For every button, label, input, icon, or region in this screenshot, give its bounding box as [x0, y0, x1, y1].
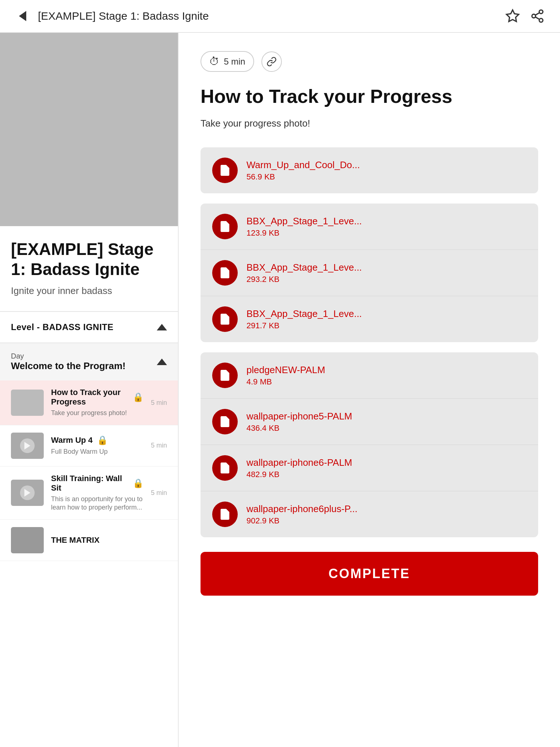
- program-title: [EXAMPLE] Stage 1: Badass Ignite: [11, 239, 167, 279]
- day-info: Day Welcome to the Program!: [11, 352, 125, 372]
- file-icon: [218, 266, 232, 279]
- day-name: Welcome to the Program!: [11, 360, 125, 372]
- file-size: 56.9 KB: [246, 172, 526, 182]
- lesson-desc: Take your progress photo!: [51, 409, 144, 417]
- file-icon: [218, 164, 232, 177]
- lesson-title-row: THE MATRIX: [51, 535, 167, 545]
- file-item[interactable]: BBX_App_Stage_1_Leve... 293.2 KB: [201, 250, 538, 296]
- lesson-thumbnail: [11, 433, 44, 459]
- level-header[interactable]: Level - BADASS IGNITE: [0, 312, 178, 342]
- lesson-title-row: How to Track your Progress 🔒: [51, 388, 144, 407]
- lesson-thumbnail: [11, 527, 44, 553]
- lesson-info: THE MATRIX: [51, 535, 167, 545]
- duration-badge: ⏱ 5 min: [201, 51, 254, 72]
- link-icon: [267, 57, 277, 67]
- share-button[interactable]: [529, 8, 545, 24]
- file-size: 482.9 KB: [246, 470, 526, 479]
- content-description: Take your progress photo!: [201, 118, 538, 129]
- lesson-title-row: Skill Training: Wall Sit 🔒: [51, 474, 144, 493]
- lock-icon: 🔒: [133, 478, 144, 488]
- file-size: 436.4 KB: [246, 423, 526, 433]
- file-icon: [218, 415, 232, 428]
- file-size: 123.9 KB: [246, 228, 526, 238]
- lesson-title: THE MATRIX: [51, 535, 100, 545]
- header: [EXAMPLE] Stage 1: Badass Ignite: [0, 0, 560, 33]
- file-item[interactable]: BBX_App_Stage_1_Leve... 123.9 KB: [201, 204, 538, 250]
- file-item[interactable]: wallpaper-iphone6plus-P... 902.9 KB: [201, 491, 538, 537]
- file-icon-circle: [212, 363, 238, 388]
- file-icon-circle: [212, 455, 238, 481]
- lesson-item[interactable]: Warm Up 4 🔒 Full Body Warm Up 5 min: [0, 425, 178, 467]
- svg-marker-6: [24, 442, 30, 449]
- file-size: 293.2 KB: [246, 275, 526, 284]
- svg-point-3: [539, 19, 543, 22]
- day-header[interactable]: Day Welcome to the Program!: [0, 343, 178, 380]
- file-icon: [218, 508, 232, 521]
- meta-row: ⏱ 5 min: [201, 51, 538, 72]
- file-name: pledgeNEW-PALM: [246, 364, 526, 376]
- file-item[interactable]: BBX_App_Stage_1_Leve... 291.7 KB: [201, 296, 538, 342]
- file-group: Warm_Up_and_Cool_Do... 56.9 KB: [201, 147, 538, 193]
- file-name: wallpaper-iphone6plus-P...: [246, 503, 526, 515]
- file-name: wallpaper-iphone5-PALM: [246, 411, 526, 422]
- file-size: 4.9 MB: [246, 377, 526, 387]
- lesson-item[interactable]: THE MATRIX: [0, 520, 178, 561]
- file-icon-circle: [212, 214, 238, 239]
- lesson-info: How to Track your Progress 🔒 Take your p…: [51, 388, 144, 417]
- lesson-item[interactable]: Skill Training: Wall Sit 🔒 This is an op…: [0, 467, 178, 520]
- file-name: BBX_App_Stage_1_Leve...: [246, 262, 526, 273]
- level-label: Level - BADASS IGNITE: [11, 322, 113, 332]
- content-title: How to Track your Progress: [201, 85, 538, 108]
- left-panel: [EXAMPLE] Stage 1: Badass Ignite Ignite …: [0, 33, 179, 747]
- lesson-desc: This is an opportunity for you to learn …: [51, 495, 144, 512]
- day-chevron-up-icon: [157, 359, 167, 365]
- header-title: [EXAMPLE] Stage 1: Badass Ignite: [38, 10, 209, 22]
- file-size: 902.9 KB: [246, 516, 526, 526]
- file-item[interactable]: Warm_Up_and_Cool_Do... 56.9 KB: [201, 147, 538, 193]
- lesson-list: How to Track your Progress 🔒 Take your p…: [0, 380, 178, 561]
- lesson-desc: Full Body Warm Up: [51, 448, 144, 456]
- file-icon: [218, 220, 232, 233]
- header-icons: [505, 8, 545, 24]
- favorite-button[interactable]: [505, 8, 521, 24]
- star-icon: [505, 9, 520, 23]
- file-item[interactable]: pledgeNEW-PALM 4.9 MB: [201, 352, 538, 399]
- main-layout: [EXAMPLE] Stage 1: Badass Ignite Ignite …: [0, 33, 560, 747]
- header-left: [EXAMPLE] Stage 1: Badass Ignite: [15, 8, 209, 24]
- file-group: pledgeNEW-PALM 4.9 MB wallpaper-iphone5-…: [201, 352, 538, 537]
- lesson-thumbnail: [11, 480, 44, 506]
- file-icon-circle: [212, 306, 238, 332]
- lesson-info: Skill Training: Wall Sit 🔒 This is an op…: [51, 474, 144, 512]
- lesson-title: Skill Training: Wall Sit: [51, 474, 128, 493]
- file-item[interactable]: wallpaper-iphone6-PALM 482.9 KB: [201, 445, 538, 491]
- file-icon-circle: [212, 502, 238, 527]
- lock-icon: 🔒: [97, 435, 108, 445]
- file-icon-circle: [212, 409, 238, 434]
- file-info: wallpaper-iphone5-PALM 436.4 KB: [246, 411, 526, 433]
- back-button[interactable]: [15, 8, 31, 24]
- file-name: BBX_App_Stage_1_Leve...: [246, 216, 526, 227]
- file-info: pledgeNEW-PALM 4.9 MB: [246, 364, 526, 387]
- lesson-thumbnail: [11, 390, 44, 416]
- content-link-button[interactable]: [261, 51, 282, 72]
- file-name: Warm_Up_and_Cool_Do...: [246, 159, 526, 171]
- file-icon: [218, 461, 232, 475]
- svg-marker-0: [506, 10, 518, 22]
- file-info: wallpaper-iphone6-PALM 482.9 KB: [246, 457, 526, 479]
- share-icon: [530, 9, 545, 23]
- svg-marker-7: [24, 489, 30, 497]
- program-info: [EXAMPLE] Stage 1: Badass Ignite Ignite …: [0, 226, 178, 297]
- file-info: BBX_App_Stage_1_Leve... 291.7 KB: [246, 308, 526, 330]
- back-arrow-icon: [19, 11, 26, 21]
- duration-label: 5 min: [224, 57, 245, 67]
- level-section: Level - BADASS IGNITE Day Welcome to the…: [0, 311, 178, 561]
- file-icon: [218, 369, 232, 382]
- day-section: Day Welcome to the Program! How to Trac: [0, 342, 178, 561]
- file-icon: [218, 313, 232, 326]
- file-icon-circle: [212, 260, 238, 286]
- lesson-item[interactable]: How to Track your Progress 🔒 Take your p…: [0, 380, 178, 425]
- complete-button[interactable]: COMPLETE: [201, 552, 538, 596]
- lesson-title: Warm Up 4: [51, 436, 93, 445]
- file-item[interactable]: wallpaper-iphone5-PALM 436.4 KB: [201, 399, 538, 445]
- lesson-info: Warm Up 4 🔒 Full Body Warm Up: [51, 435, 144, 456]
